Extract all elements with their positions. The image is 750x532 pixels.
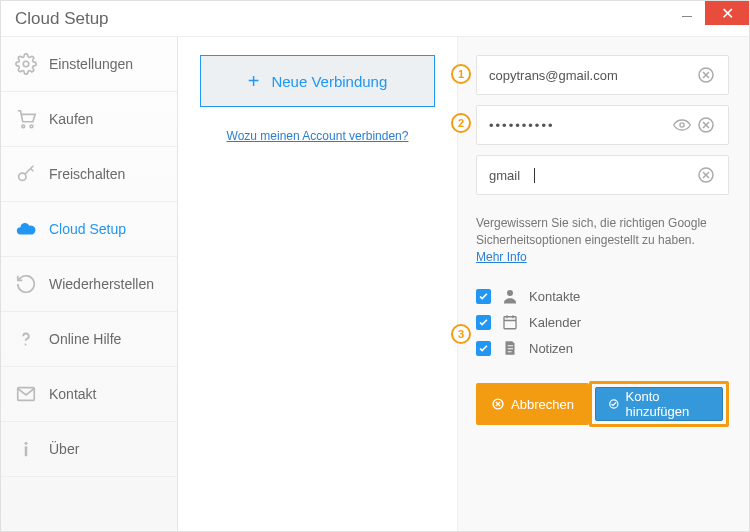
add-account-highlight: Konto hinzufügen [589, 381, 729, 427]
connections-panel: + Neue Verbindung Wozu meinen Account ve… [178, 37, 458, 531]
check-calendar-row: Kalender [476, 313, 729, 331]
sidebar-item-label: Freischalten [49, 166, 125, 182]
sidebar-item-label: Online Hilfe [49, 331, 121, 347]
mail-icon [15, 383, 37, 405]
sidebar-item-label: Wiederherstellen [49, 276, 154, 292]
add-account-label: Konto hinzufügen [626, 389, 710, 419]
add-account-button[interactable]: Konto hinzufügen [595, 387, 723, 421]
sidebar: Einstellungen Kaufen Freischalten Cloud … [1, 37, 178, 531]
app-window: 1 2 3 Cloud Setup ✕ Einstellungen Kaufen [0, 0, 750, 532]
svg-point-1 [22, 125, 25, 128]
window-controls: ✕ [669, 1, 749, 36]
svg-point-12 [507, 290, 513, 296]
check-contacts-row: Kontakte [476, 287, 729, 305]
notes-icon [501, 339, 519, 357]
gear-icon [15, 53, 37, 75]
check-label: Kontakte [529, 289, 580, 304]
reveal-password-icon[interactable] [672, 115, 692, 135]
form-actions: Abbrechen Konto hinzufügen [476, 381, 729, 427]
window-body: Einstellungen Kaufen Freischalten Cloud … [1, 37, 749, 531]
name-field-wrap [476, 155, 729, 195]
text-cursor [529, 168, 535, 183]
info-icon [15, 438, 37, 460]
new-connection-button[interactable]: + Neue Verbindung [200, 55, 435, 107]
account-name-input[interactable] [489, 168, 529, 183]
account-form: Vergewissern Sie sich, die richtigen Goo… [458, 37, 749, 531]
email-input[interactable] [489, 68, 696, 83]
checkbox-notes[interactable] [476, 341, 491, 356]
check-notes-row: Notizen [476, 339, 729, 357]
svg-point-2 [30, 125, 33, 128]
svg-point-4 [25, 344, 27, 346]
cloud-icon [15, 218, 37, 240]
callout-3: 3 [451, 324, 471, 344]
password-input[interactable] [489, 118, 672, 133]
new-connection-label: Neue Verbindung [271, 73, 387, 90]
calendar-icon [501, 313, 519, 331]
sidebar-item-label: Einstellungen [49, 56, 133, 72]
cart-icon [15, 108, 37, 130]
why-connect-link[interactable]: Wozu meinen Account verbinden? [227, 129, 409, 143]
window-title: Cloud Setup [15, 9, 669, 29]
sidebar-item-label: Kontakt [49, 386, 96, 402]
svg-point-9 [680, 123, 684, 127]
clear-email-icon[interactable] [696, 65, 716, 85]
email-field-wrap [476, 55, 729, 95]
sidebar-item-label: Über [49, 441, 79, 457]
key-icon [15, 163, 37, 185]
titlebar: Cloud Setup ✕ [1, 1, 749, 37]
svg-point-3 [19, 173, 26, 180]
cancel-button[interactable]: Abbrechen [476, 383, 589, 425]
minimize-button[interactable] [669, 1, 705, 25]
sidebar-item-contact[interactable]: Kontakt [1, 367, 177, 422]
check-label: Notizen [529, 341, 573, 356]
svg-rect-13 [504, 317, 516, 329]
sidebar-item-label: Cloud Setup [49, 221, 126, 237]
help-icon [15, 328, 37, 350]
check-label: Kalender [529, 315, 581, 330]
more-info-link[interactable]: Mehr Info [476, 250, 527, 264]
sidebar-item-label: Kaufen [49, 111, 93, 127]
password-field-wrap [476, 105, 729, 145]
sidebar-item-cloud-setup[interactable]: Cloud Setup [1, 202, 177, 257]
sidebar-item-about[interactable]: Über [1, 422, 177, 477]
sync-options: Kontakte Kalender Notizen [476, 287, 729, 357]
clear-name-icon[interactable] [696, 165, 716, 185]
close-button[interactable]: ✕ [705, 1, 749, 25]
clear-password-icon[interactable] [696, 115, 716, 135]
svg-point-0 [23, 61, 29, 67]
sidebar-item-unlock[interactable]: Freischalten [1, 147, 177, 202]
security-hint-text: Vergewissern Sie sich, die richtigen Goo… [476, 216, 707, 247]
contacts-icon [501, 287, 519, 305]
sidebar-item-help[interactable]: Online Hilfe [1, 312, 177, 367]
checkbox-contacts[interactable] [476, 289, 491, 304]
plus-icon: + [248, 70, 260, 93]
svg-point-6 [25, 442, 28, 445]
sidebar-item-restore[interactable]: Wiederherstellen [1, 257, 177, 312]
security-hint: Vergewissern Sie sich, die richtigen Goo… [476, 215, 729, 265]
checkbox-calendar[interactable] [476, 315, 491, 330]
sidebar-item-settings[interactable]: Einstellungen [1, 37, 177, 92]
sidebar-item-buy[interactable]: Kaufen [1, 92, 177, 147]
svg-rect-7 [25, 446, 28, 456]
callout-1: 1 [451, 64, 471, 84]
callout-2: 2 [451, 113, 471, 133]
cancel-label: Abbrechen [511, 397, 574, 412]
restore-icon [15, 273, 37, 295]
